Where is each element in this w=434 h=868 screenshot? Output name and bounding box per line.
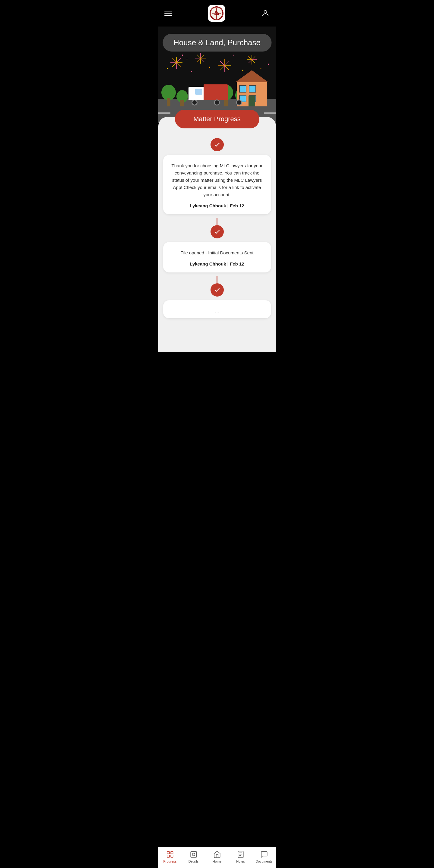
hero-title-pill: House & Land, Purchase	[163, 34, 271, 52]
header: ⚖	[158, 0, 276, 27]
hero-title: House & Land, Purchase	[173, 38, 261, 47]
tree-1	[161, 85, 176, 106]
svg-line-33	[252, 60, 255, 63]
svg-line-23	[225, 61, 229, 66]
svg-point-5	[264, 10, 267, 13]
timeline-card-3: ...	[163, 300, 271, 318]
svg-line-21	[197, 55, 201, 58]
svg-line-29	[220, 61, 225, 66]
svg-point-45	[191, 71, 192, 72]
svg-point-38	[182, 55, 183, 56]
timeline-connector-2	[216, 276, 218, 283]
timeline-message-1: Thank you for choosing MLC lawyers for y…	[169, 162, 265, 198]
svg-line-25	[225, 66, 229, 70]
timeline-author-date-2: Lykeang Chhouk | Feb 12	[169, 261, 265, 267]
profile-button[interactable]	[261, 9, 270, 18]
timeline-connector-1	[216, 218, 218, 225]
menu-button[interactable]	[164, 11, 172, 16]
timeline-card-1: Thank you for choosing MLC lawyers for y…	[163, 155, 271, 214]
logo: ⚖	[208, 5, 225, 22]
svg-point-39	[186, 59, 187, 60]
timeline-check-3	[210, 283, 224, 297]
svg-line-37	[249, 56, 252, 60]
svg-line-11	[172, 63, 176, 67]
timeline: Thank you for choosing MLC lawyers for y…	[163, 135, 271, 322]
svg-point-40	[209, 67, 210, 68]
progress-section: Matter Progress Thank you for choosing M…	[158, 117, 276, 352]
svg-point-41	[233, 55, 234, 56]
svg-line-19	[197, 58, 201, 62]
matter-progress-button[interactable]: Matter Progress	[175, 110, 259, 128]
timeline-check-2	[210, 225, 224, 239]
svg-point-46	[268, 64, 269, 65]
svg-line-15	[201, 55, 204, 58]
svg-line-7	[176, 59, 181, 63]
tree-2	[176, 90, 188, 106]
timeline-message-3: ...	[169, 307, 265, 315]
svg-point-43	[260, 68, 261, 69]
timeline-author-date-1: Lykeang Chhouk | Feb 12	[169, 203, 265, 208]
timeline-card-2: File opened - Initial Documents Sent Lyk…	[163, 242, 271, 273]
hero-section: House & Land, Purchase	[158, 27, 276, 123]
svg-line-27	[220, 66, 225, 70]
svg-line-35	[249, 60, 252, 63]
svg-line-31	[252, 56, 255, 60]
logo-image: ⚖	[209, 6, 224, 21]
svg-line-13	[172, 59, 176, 63]
timeline-message-2: File opened - Initial Documents Sent	[169, 249, 265, 256]
timeline-check-1	[210, 138, 224, 151]
svg-line-9	[176, 63, 181, 67]
truck	[189, 84, 242, 105]
svg-point-44	[167, 68, 168, 69]
svg-line-17	[201, 58, 204, 62]
